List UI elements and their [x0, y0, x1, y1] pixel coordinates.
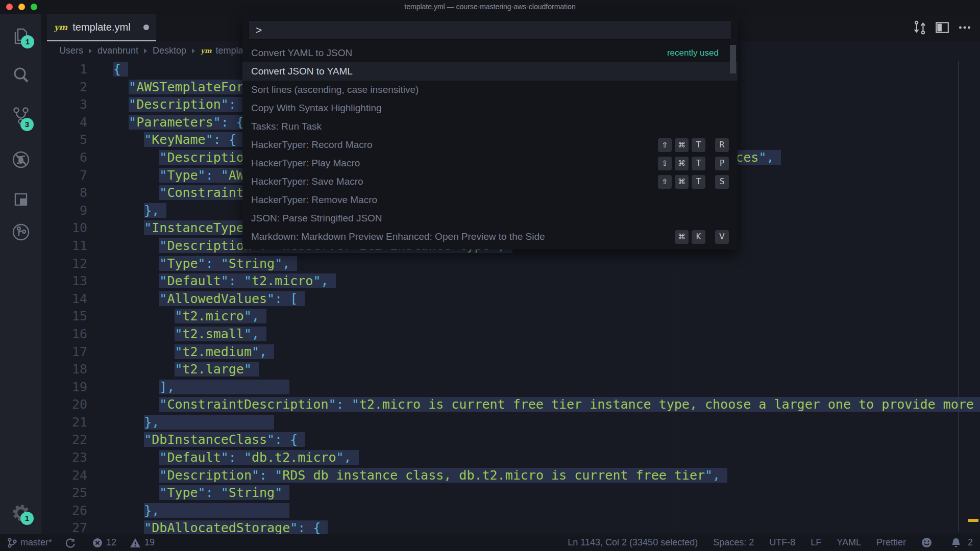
line-number: 24: [41, 467, 87, 485]
more-actions-button[interactable]: [953, 19, 976, 36]
command-palette: > Convert YAML to JSONrecently usedConve…: [242, 15, 738, 249]
indentation-status[interactable]: Spaces: 2: [713, 537, 754, 548]
line-number: 4: [41, 114, 87, 132]
palette-item[interactable]: JSON: Parse Stringified JSON: [242, 209, 738, 228]
selection-highlight: "AllowedValues": [: [159, 291, 305, 306]
palette-item[interactable]: Markdown: Markdown Preview Enhanced: Ope…: [242, 228, 738, 246]
warning-count: 19: [144, 537, 155, 548]
chevron-right-icon: [192, 48, 195, 54]
smiley-icon: [921, 537, 932, 548]
breadcrumb-segment[interactable]: Users: [59, 45, 83, 56]
line-number: 2: [41, 79, 87, 96]
feedback-button[interactable]: [921, 537, 936, 548]
split-editor-button[interactable]: [931, 19, 953, 36]
line-number: 16: [41, 325, 87, 343]
code-line[interactable]: 26 },: [41, 502, 980, 520]
cursor-position-status[interactable]: Ln 1143, Col 2 (33450 selected): [568, 537, 698, 548]
command-palette-list: Convert YAML to JSONrecently usedConvert…: [242, 44, 738, 246]
palette-item[interactable]: Sort lines (ascending, case insensitive): [242, 81, 738, 99]
line-number: 20: [41, 396, 87, 414]
activity-bar: 1 3: [0, 14, 41, 534]
key-chip: T: [692, 157, 705, 170]
sidebar-item-debug[interactable]: [0, 145, 41, 174]
line-number: 25: [41, 484, 87, 502]
sidebar-item-extensions[interactable]: [0, 185, 41, 214]
sync-button[interactable]: [65, 538, 79, 548]
compare-changes-button[interactable]: [909, 19, 931, 36]
fork-circle-icon: [11, 222, 31, 242]
language-mode-status[interactable]: YAML: [837, 537, 861, 548]
selection-highlight: "Type": "String",: [159, 256, 297, 271]
palette-scrollbar[interactable]: [730, 45, 736, 73]
language-label: YAML: [837, 537, 861, 548]
settings-gear-button[interactable]: [0, 498, 41, 527]
line-number: 7: [41, 167, 87, 185]
notifications-button[interactable]: 2: [951, 537, 973, 548]
line-number: 15: [41, 308, 87, 325]
selection-highlight: "t2.micro",: [175, 309, 266, 323]
code-line[interactable]: 19 ],: [41, 379, 980, 396]
code-text: "DbAllocatedStorage": {: [87, 519, 980, 534]
code-text: "t2.medium",: [87, 343, 980, 361]
palette-item-label: JSON: Parse Stringified JSON: [251, 213, 729, 224]
indentation-label: Spaces: 2: [713, 537, 754, 548]
code-line[interactable]: 22 "DbInstanceClass": {: [41, 431, 980, 449]
code-line[interactable]: 16 "t2.small",: [41, 325, 980, 343]
code-line[interactable]: 27 "DbAllocatedStorage": {: [41, 519, 980, 534]
code-line[interactable]: 24 "Description": "RDS db instance class…: [41, 467, 980, 485]
yaml-file-icon: ym: [201, 47, 211, 55]
branch-status[interactable]: master*: [7, 537, 52, 548]
warnings-status[interactable]: 19: [130, 537, 155, 548]
code-line[interactable]: 13 "Default": "t2.micro",: [41, 272, 980, 290]
code-line[interactable]: 12 "Type": "String",: [41, 255, 980, 273]
code-line[interactable]: 14 "AllowedValues": [: [41, 290, 980, 308]
errors-status[interactable]: 12: [92, 537, 116, 548]
code-text: },: [87, 502, 980, 520]
palette-item[interactable]: HackerTyper: Play Macro⇧⌘TP: [242, 154, 738, 172]
palette-item[interactable]: HackerTyper: Remove Macro: [242, 191, 738, 209]
code-line[interactable]: 25 "Type": "String": [41, 484, 980, 502]
sidebar-item-search[interactable]: [0, 61, 41, 89]
modified-dot-icon[interactable]: [143, 24, 149, 30]
sidebar-item-explorer[interactable]: [0, 22, 41, 51]
selection-highlight: },: [144, 203, 166, 218]
code-line[interactable]: 18 "t2.large": [41, 361, 980, 379]
code-text: "Type": "String",: [87, 255, 980, 273]
encoding-status[interactable]: UTF-8: [769, 537, 795, 548]
title-bar: template.yml — course-mastering-aws-clou…: [0, 0, 980, 14]
keybinding: ⇧⌘TS: [648, 175, 729, 189]
code-line[interactable]: 17 "t2.medium",: [41, 343, 980, 361]
palette-item[interactable]: HackerTyper: Record Macro⇧⌘TR: [242, 136, 738, 154]
code-line[interactable]: 23 "Default": "db.t2.micro",: [41, 449, 980, 467]
key-chip: K: [692, 230, 705, 244]
breadcrumb-segment[interactable]: Desktop: [153, 45, 186, 56]
tab-template-yml[interactable]: ym template.yml: [47, 14, 156, 41]
palette-item[interactable]: Tasks: Run Task: [242, 117, 738, 136]
eol-status[interactable]: LF: [811, 537, 821, 548]
yaml-file-icon: ym: [54, 22, 67, 32]
formatter-label: Prettier: [876, 537, 906, 548]
palette-group-label: recently used: [667, 48, 719, 58]
command-palette-input[interactable]: >: [249, 20, 731, 40]
code-line[interactable]: 21 },: [41, 414, 980, 432]
code-text: "Description": "RDS db instance class, d…: [87, 467, 980, 485]
status-bar: master* 12 19: [0, 534, 980, 551]
key-chip: T: [692, 138, 705, 152]
formatter-status[interactable]: Prettier: [876, 537, 906, 548]
code-line[interactable]: 20 "ConstraintDescription": "t2.micro is…: [41, 396, 980, 414]
code-text: "Default": "t2.micro",: [87, 272, 980, 290]
sidebar-item-git-graph[interactable]: [0, 218, 41, 246]
line-number: 18: [41, 361, 87, 379]
code-text: "DbInstanceClass": {: [87, 431, 980, 449]
code-text: "Default": "db.t2.micro",: [87, 449, 980, 467]
key-chip: T: [692, 175, 705, 189]
palette-item[interactable]: HackerTyper: Save Macro⇧⌘TS: [242, 172, 738, 191]
key-chip: R: [715, 138, 729, 152]
palette-item[interactable]: Convert YAML to JSONrecently used: [242, 44, 738, 62]
code-line[interactable]: 15 "t2.micro",: [41, 308, 980, 325]
palette-item[interactable]: Copy With Syntax Highlighting: [242, 99, 738, 117]
breadcrumb-segment[interactable]: dvanbrunt: [97, 45, 138, 56]
eol-label: LF: [811, 537, 821, 548]
line-number: 12: [41, 255, 87, 273]
palette-item[interactable]: Convert JSON to YAML: [242, 62, 738, 81]
